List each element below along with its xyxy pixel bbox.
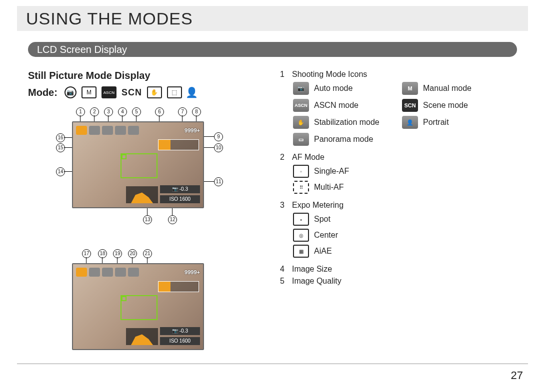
center-item: ◎Center <box>293 229 515 242</box>
callout-20: 20 <box>128 249 137 258</box>
callout-13: 13 <box>143 215 152 224</box>
still-picture-heading: Still Picture Mode Display <box>28 70 258 81</box>
section-title-pill: LCD Screen Display <box>28 42 517 57</box>
stabilization-mode-item: ✋Stabilization mode <box>293 116 398 129</box>
portrait-icon: 👤 <box>187 87 197 97</box>
legend-item-3: 3 Expo Metering <box>280 201 515 210</box>
center-metering-icon: ◎ <box>293 229 309 242</box>
manual-m-icon: M <box>82 86 96 98</box>
quality-chip-icon <box>128 268 139 277</box>
callout-17: 17 <box>82 249 91 258</box>
chapter-title: USING THE MODES <box>26 9 193 28</box>
af-frame-icon <box>120 295 158 320</box>
lcd-topbar-2: 9999+ <box>76 267 200 277</box>
callout-6: 6 <box>155 107 164 116</box>
size-chip-icon <box>115 126 126 135</box>
manual-mode-icon: M <box>402 82 418 95</box>
callout-15: 15 <box>56 143 65 152</box>
mode-label: Mode: <box>28 87 58 98</box>
ascn-mode-item: ASCNASCN mode <box>293 99 398 112</box>
footer-rule <box>17 364 528 364</box>
multi-af-item: ⠿Multi-AF <box>293 181 515 194</box>
histogram-icon <box>126 186 158 203</box>
meter-chip-icon <box>102 268 113 277</box>
panorama-mode-icon: ▭ <box>293 133 309 146</box>
stabilization-icon: ✋ <box>147 86 162 98</box>
chapter-title-band: USING THE MODES <box>17 6 528 31</box>
aiae-metering-icon: ▦ <box>293 245 309 258</box>
lcd-topbar: 9999+ <box>76 125 200 135</box>
callout-9: 9 <box>214 132 223 141</box>
callout-14: 14 <box>56 167 65 176</box>
meter-chip-icon <box>102 126 113 135</box>
lcd-screen-2: 9999+ 📷 -0.3 ISO 1600 <box>72 263 204 350</box>
shots-remaining-2: 9999+ <box>184 269 200 275</box>
histogram-icon <box>126 328 158 345</box>
ascn-mode-icon: ASCN <box>293 99 309 112</box>
multi-af-icon: ⠿ <box>293 181 309 194</box>
ascn-icon: ASCN <box>102 86 116 98</box>
af-chip-icon <box>89 268 100 277</box>
iso-readout-2: ISO 1600 <box>160 337 200 345</box>
legend-item-5: 5 Image Quality <box>280 277 515 286</box>
lcd-screen-1: 9999+ 📷 -0.3 ISO 1600 <box>72 121 204 208</box>
callout-11: 11 <box>214 177 223 186</box>
panorama-icon: ⬚ <box>167 86 182 98</box>
aiae-item: ▦AiAE <box>293 245 515 258</box>
callout-3: 3 <box>104 107 113 116</box>
zoom-bar-2 <box>158 281 199 292</box>
legend-item-4: 4 Image Size <box>280 265 515 274</box>
scene-mode-item: SCNScene mode <box>402 99 507 112</box>
callout-12: 12 <box>168 215 177 224</box>
legend-num: 1 <box>280 70 292 79</box>
camera-icon: 📷 <box>64 86 76 98</box>
callout-7: 7 <box>178 107 187 116</box>
page-number: 27 <box>511 369 523 382</box>
lcd-diagram-2: 17 18 19 20 21 9999+ 📷 -0.3 ISO 1600 <box>28 249 243 365</box>
manual-mode-item: MManual mode <box>402 82 507 95</box>
legend-title: Shooting Mode Icons <box>292 70 367 79</box>
iso-readout: ISO 1600 <box>160 195 200 203</box>
auto-mode-icon: 📷 <box>293 82 309 95</box>
quality-chip-icon <box>128 126 139 135</box>
callout-18: 18 <box>98 249 107 258</box>
ev-readout: 📷 -0.3 <box>160 185 200 193</box>
scn-text: SCN <box>122 87 142 98</box>
stabilization-mode-icon: ✋ <box>293 116 309 129</box>
legend-item-1: 1 Shooting Mode Icons <box>280 70 515 79</box>
legend: 1 Shooting Mode Icons 📷Auto mode MManual… <box>280 70 515 289</box>
ev-readout-2: 📷 -0.3 <box>160 327 200 335</box>
callout-21: 21 <box>143 249 152 258</box>
spot-metering-icon: ∘ <box>293 213 309 226</box>
mode-chip-icon <box>76 126 87 135</box>
auto-mode-item: 📷Auto mode <box>293 82 398 95</box>
size-chip-icon <box>115 268 126 277</box>
callout-4: 4 <box>118 107 127 116</box>
panorama-mode-item: ▭Panorama mode <box>293 133 398 146</box>
callout-16: 16 <box>56 133 65 142</box>
callout-10: 10 <box>214 143 223 152</box>
mode-chip-icon <box>76 268 87 277</box>
portrait-mode-icon: 👤 <box>402 116 418 129</box>
callout-1: 1 <box>76 107 85 116</box>
section-title: LCD Screen Display <box>37 44 127 55</box>
af-chip-icon <box>89 126 100 135</box>
legend-item-2: 2 AF Mode <box>280 153 515 162</box>
callout-8: 8 <box>192 107 201 116</box>
portrait-mode-item: 👤Portrait <box>402 116 507 129</box>
callout-19: 19 <box>113 249 122 258</box>
lcd-diagram-1: 1 2 3 4 5 6 7 8 9 10 11 12 13 14 15 16 <box>28 107 243 233</box>
spot-item: ∘Spot <box>293 213 515 226</box>
callout-2: 2 <box>90 107 99 116</box>
mode-row: Mode: 📷 M ASCN SCN ✋ ⬚ 👤 <box>28 86 258 98</box>
single-af-icon: ▫ <box>293 165 309 178</box>
scene-mode-icon: SCN <box>402 99 418 112</box>
callout-5: 5 <box>132 107 141 116</box>
zoom-bar <box>158 139 199 150</box>
af-frame-icon <box>120 153 158 178</box>
single-af-item: ▫Single-AF <box>293 165 515 178</box>
shots-remaining: 9999+ <box>184 127 200 133</box>
